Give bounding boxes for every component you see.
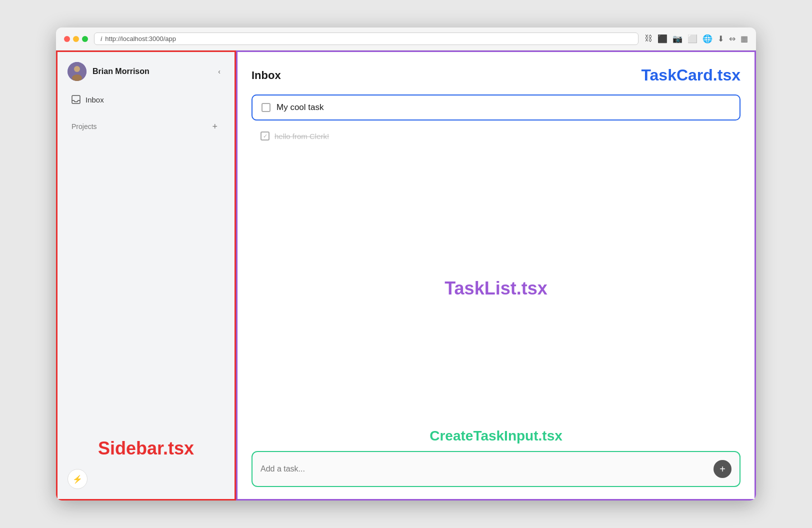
svg-point-1 xyxy=(74,66,80,72)
tasklist-component-label: TaskList.tsx xyxy=(444,278,547,299)
user-name: Brian Morrison xyxy=(92,67,150,76)
user-info: Brian Morrison xyxy=(68,62,150,81)
inbox-svg xyxy=(72,95,80,104)
sidebar-header: Brian Morrison ‹ xyxy=(58,52,234,86)
create-task-input-wrapper: + xyxy=(252,451,740,487)
page-title: Inbox xyxy=(252,69,281,82)
sidebar: Brian Morrison ‹ Inbox xyxy=(56,50,236,500)
main-content: Inbox TaskCard.tsx My cool task ✓ hello … xyxy=(236,50,756,500)
camera-icon[interactable]: 📷 xyxy=(672,34,682,44)
address-bar[interactable]: i http://localhost:3000/app xyxy=(94,32,638,45)
browser-controls xyxy=(64,36,88,42)
inbox-icon xyxy=(72,95,80,104)
create-task-input[interactable] xyxy=(260,464,714,474)
power-button[interactable]: ⚡ xyxy=(68,469,88,489)
createtask-component-label: CreateTaskInput.tsx xyxy=(252,428,740,444)
svg-rect-3 xyxy=(72,96,80,104)
create-task-section: CreateTaskInput.tsx + xyxy=(252,428,740,487)
projects-label: Projects xyxy=(72,122,97,130)
maximize-dot[interactable] xyxy=(82,36,88,42)
sidebar-footer: ⚡ xyxy=(68,469,88,489)
avatar xyxy=(68,62,86,81)
sidebar-component-label: Sidebar.tsx xyxy=(98,438,194,459)
inbox-label: Inbox xyxy=(86,96,104,104)
task-text-completed: hello from Clerk! xyxy=(274,132,329,140)
browser-toolbar: i http://localhost:3000/app ⛓ ⬛ 📷 ⬜ 🌐 ⬇ … xyxy=(56,28,756,50)
task-checkbox-checked[interactable]: ✓ xyxy=(260,132,270,140)
minimize-dot[interactable] xyxy=(73,36,79,42)
projects-section: Projects + xyxy=(58,113,234,136)
url-text: http://localhost:3000/app xyxy=(105,35,176,42)
main-header: Inbox TaskCard.tsx xyxy=(252,66,740,84)
task-card-active: My cool task xyxy=(252,94,740,120)
collapse-button[interactable]: ‹ xyxy=(214,66,224,78)
grid-icon[interactable]: ▦ xyxy=(740,34,748,44)
task-card-completed: ✓ hello from Clerk! xyxy=(252,128,740,144)
task-text-active: My cool task xyxy=(276,102,324,112)
screenshot-icon[interactable]: ⬛ xyxy=(658,34,668,44)
browser-window: i http://localhost:3000/app ⛓ ⬛ 📷 ⬜ 🌐 ⬇ … xyxy=(56,28,756,500)
extend-icon[interactable]: ⇔ xyxy=(729,34,736,44)
browser-actions: ⛓ ⬛ 📷 ⬜ 🌐 ⬇ ⇔ ▦ xyxy=(644,34,748,44)
info-icon: i xyxy=(100,36,102,42)
close-dot[interactable] xyxy=(64,36,70,42)
task-checkbox-unchecked[interactable] xyxy=(262,103,270,112)
lightning-icon: ⚡ xyxy=(72,474,82,484)
add-task-button[interactable]: + xyxy=(714,460,732,478)
sidebar-item-inbox[interactable]: Inbox xyxy=(66,90,226,109)
avatar-svg xyxy=(68,62,86,81)
plus-icon: + xyxy=(720,464,726,474)
add-project-button[interactable]: + xyxy=(209,121,220,132)
download-icon[interactable]: ⬇ xyxy=(718,34,724,44)
app-container: Brian Morrison ‹ Inbox xyxy=(56,50,756,500)
globe-icon[interactable]: 🌐 xyxy=(702,34,712,44)
sidebar-nav: Inbox xyxy=(58,86,234,113)
share-icon[interactable]: ⛓ xyxy=(644,34,652,44)
taskcard-component-label: TaskCard.tsx xyxy=(641,66,740,84)
tab-icon[interactable]: ⬜ xyxy=(688,34,698,44)
tasklist-area: TaskList.tsx xyxy=(252,148,740,428)
